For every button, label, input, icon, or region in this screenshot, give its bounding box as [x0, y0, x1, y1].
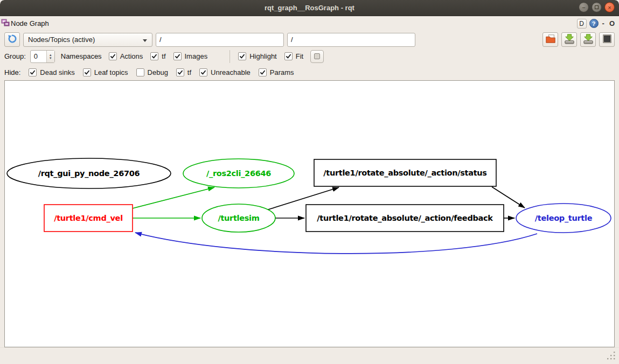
checkbox-label: Debug	[148, 68, 168, 76]
checkbox-tf[interactable]: tf	[150, 52, 165, 60]
checkbox-indicator[interactable]	[83, 68, 91, 76]
save-dot-button[interactable]	[561, 32, 577, 47]
node-label: /rqt_gui_py_node_26706	[38, 169, 140, 178]
checkbox-images[interactable]: Images	[173, 52, 208, 60]
group-value: 0	[31, 51, 46, 62]
ros-node-graph: /rqt_gui_py_node_26706/_ros2cli_26646/tu…	[5, 81, 614, 347]
checkbox-unreachable[interactable]: Unreachable	[199, 68, 251, 76]
node-rotate_absolute_feedback[interactable]: /turtle1/rotate_absolute/_action/feedbac…	[306, 205, 504, 232]
hide-label: Hide:	[4, 68, 20, 76]
fit-in-view-button[interactable]	[310, 50, 324, 63]
checkbox-label: Dead sinks	[40, 68, 74, 76]
resize-grip[interactable]	[607, 351, 616, 362]
checkbox-leaf-topics[interactable]: Leaf topics	[83, 68, 128, 76]
help-icon[interactable]: ?	[589, 19, 599, 28]
node-rotate_absolute_status[interactable]: /turtle1/rotate_absolute/_action/status	[314, 159, 496, 186]
checkbox-label: Actions	[120, 52, 143, 60]
checkbox-indicator[interactable]	[284, 52, 293, 60]
image-icon	[602, 33, 613, 46]
checkbox-indicator[interactable]	[150, 52, 158, 60]
checkbox-highlight[interactable]: Highlight	[238, 52, 277, 60]
load-dot-button[interactable]	[543, 32, 558, 47]
window-title: rqt_graph__RosGraph - rqt	[0, 4, 619, 12]
node-label: /turtle1/rotate_absolute/_action/feedbac…	[317, 214, 493, 223]
checkbox-indicator[interactable]	[173, 52, 182, 60]
checkbox-fit[interactable]: Fit	[284, 52, 303, 60]
checkbox-label: Fit	[296, 52, 303, 60]
checkbox-indicator[interactable]	[136, 68, 144, 76]
checkbox-tf[interactable]: tf	[176, 68, 191, 76]
hide-checkboxes: Dead sinksLeaf topicsDebugtfUnreachableP…	[29, 68, 294, 76]
edge-turtle1_cmd_vel-to-ros2cli_26646	[133, 187, 214, 208]
rqt-window: { "window": { "title": "rqt_graph__RosGr…	[0, 0, 619, 364]
checkbox-label: Unreachable	[211, 68, 251, 76]
graph-canvas[interactable]: /rqt_gui_py_node_26706/_ros2cli_26646/tu…	[4, 80, 615, 347]
checkbox-label: tf	[162, 52, 165, 60]
view-checkboxes: HighlightFit	[238, 52, 303, 60]
edge-teleop_turtle-to-turtle1_cmd_vel	[135, 233, 537, 254]
dock-titlebar: Node Graph D ? - O	[0, 16, 619, 31]
graph-toolbar: Nodes/Topics (active)	[0, 31, 619, 48]
close-icon: ×	[608, 4, 611, 11]
group-spinbox[interactable]: 0 ▲▼	[30, 50, 55, 63]
checkbox-dead-sinks[interactable]: Dead sinks	[29, 68, 74, 76]
chevron-down-icon	[143, 39, 147, 42]
spinbox-arrows[interactable]: ▲▼	[46, 51, 54, 62]
maximize-icon	[595, 5, 599, 9]
checkbox-indicator[interactable]	[109, 52, 117, 60]
graph-type-combobox[interactable]: Nodes/Topics (active)	[23, 33, 152, 47]
dock-title: Node Graph	[11, 19, 49, 27]
node-label: /turtle1/cmd_vel	[54, 214, 123, 223]
save-image-button[interactable]	[599, 32, 615, 47]
filter-row-2: Hide: Dead sinksLeaf topicsDebugtfUnreac…	[0, 64, 619, 80]
group-checkboxes: ActionstfImages	[109, 52, 208, 60]
checkbox-debug[interactable]: Debug	[136, 68, 168, 76]
node-label: /teleop_turtle	[535, 214, 593, 223]
namespaces-label: Namespaces	[61, 52, 102, 60]
checkbox-indicator[interactable]	[238, 52, 246, 60]
node-teleop_turtle[interactable]: /teleop_turtle	[516, 204, 611, 233]
graph-type-value: Nodes/Topics (active)	[28, 36, 95, 44]
node-label: /turtle1/rotate_absolute/_action/status	[323, 169, 486, 178]
checkbox-indicator[interactable]	[199, 68, 207, 76]
checkbox-indicator[interactable]	[29, 68, 37, 76]
dock-minimize-button[interactable]: -	[601, 19, 606, 27]
checkbox-label: tf	[187, 68, 191, 76]
dock-close-button[interactable]: O	[608, 19, 616, 27]
group-label: Group:	[4, 52, 26, 60]
refresh-button[interactable]	[4, 32, 20, 47]
folder-open-icon	[545, 33, 556, 46]
window-close-button[interactable]: ×	[604, 2, 615, 12]
node-graph-icon	[1, 18, 10, 29]
checkbox-label: Leaf topics	[94, 68, 128, 76]
checkbox-label: Images	[185, 52, 208, 60]
checkbox-indicator[interactable]	[176, 68, 184, 76]
node-turtlesim[interactable]: /turtlesim	[202, 204, 275, 232]
node-label: /turtlesim	[218, 214, 259, 222]
checkbox-label: Highlight	[249, 52, 277, 60]
node-filter-input[interactable]	[156, 33, 284, 47]
window-minimize-button[interactable]: −	[579, 2, 589, 12]
topic-filter-input[interactable]	[287, 33, 415, 47]
window-maximize-button[interactable]	[592, 2, 602, 12]
node-ros2cli_26646[interactable]: /_ros2cli_26646	[183, 159, 294, 188]
fit-in-view-icon	[314, 53, 320, 59]
node-rqt_gui_py_node_26706[interactable]: /rqt_gui_py_node_26706	[7, 158, 171, 188]
separator	[229, 50, 230, 63]
dock-d-label: D	[579, 20, 584, 27]
save-svg-button[interactable]	[580, 32, 596, 47]
refresh-icon	[8, 34, 17, 45]
checkbox-indicator[interactable]	[259, 68, 267, 76]
checkbox-actions[interactable]: Actions	[109, 52, 143, 60]
save-svg-icon	[583, 33, 594, 46]
minimize-icon: −	[582, 4, 585, 11]
checkbox-label: Params	[270, 68, 294, 76]
node-turtle1_cmd_vel[interactable]: /turtle1/cmd_vel	[44, 205, 133, 232]
window-titlebar[interactable]: rqt_graph__RosGraph - rqt − ×	[0, 0, 619, 16]
filter-row-1: Group: 0 ▲▼ Namespaces ActionstfImages H…	[0, 48, 619, 64]
dock-d-button[interactable]: D	[577, 19, 587, 29]
node-label: /_ros2cli_26646	[206, 169, 271, 178]
status-bar	[0, 347, 619, 364]
checkbox-params[interactable]: Params	[259, 68, 294, 76]
save-dot-icon	[564, 33, 575, 46]
